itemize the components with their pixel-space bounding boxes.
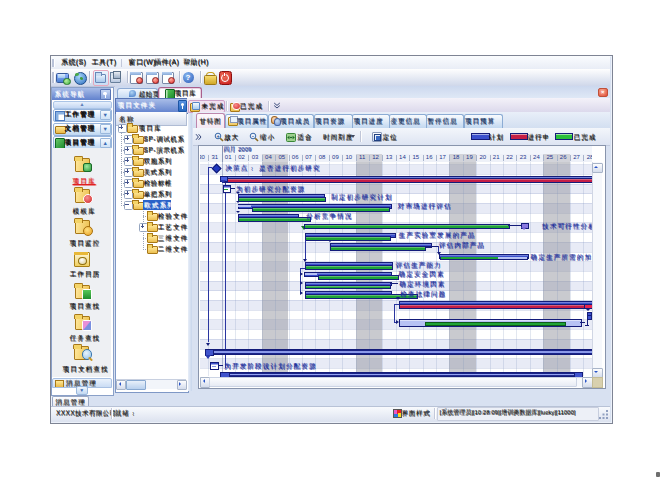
svg-text:-: -	[252, 132, 254, 138]
svg-text:+: +	[216, 132, 219, 138]
